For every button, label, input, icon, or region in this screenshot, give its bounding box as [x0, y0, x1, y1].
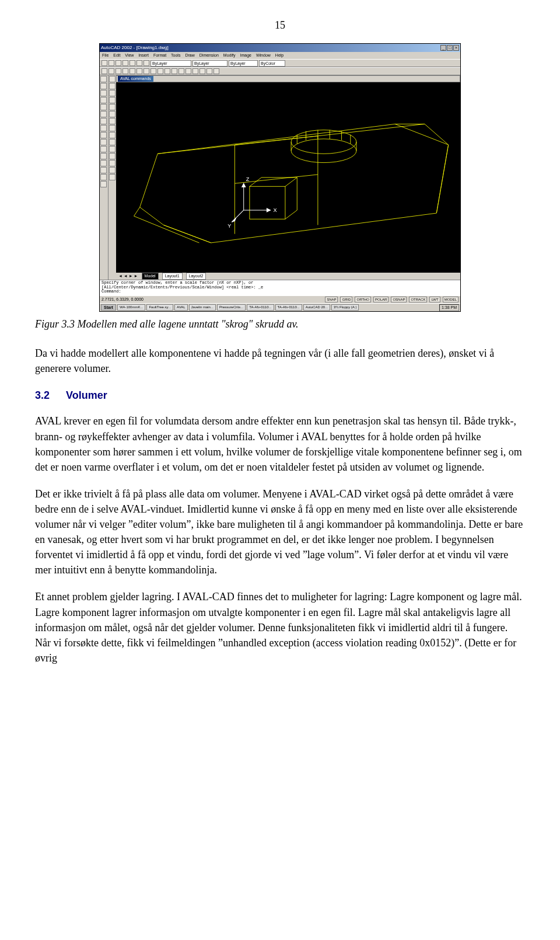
- tool-icon[interactable]: [186, 68, 191, 74]
- layer-select[interactable]: ByLayer: [150, 60, 191, 67]
- tool-icon[interactable]: [206, 68, 212, 74]
- tool-icon[interactable]: [164, 68, 170, 74]
- menu-image[interactable]: Image: [240, 53, 251, 58]
- palette-icon[interactable]: [100, 139, 107, 145]
- menu-view[interactable]: View: [125, 53, 134, 58]
- tool-icon[interactable]: [158, 68, 163, 74]
- palette-icon[interactable]: [100, 125, 107, 131]
- menu-edit[interactable]: Edit: [113, 53, 120, 58]
- tool-icon[interactable]: [108, 60, 114, 66]
- toggle-snap[interactable]: SNAP: [325, 297, 338, 303]
- palette-icon[interactable]: [100, 146, 107, 152]
- toggle-lwt[interactable]: LWT: [429, 297, 440, 303]
- palette-icon[interactable]: [100, 97, 107, 103]
- palette-icon[interactable]: [109, 76, 116, 82]
- tab-layout1[interactable]: Layout1: [162, 273, 183, 280]
- color-select[interactable]: ByColor: [259, 60, 285, 67]
- taskbar-item[interactable]: AutoCAD 20...: [303, 304, 330, 311]
- tool-icon[interactable]: [136, 60, 142, 66]
- window-titlebar[interactable]: AutoCAD 2002 - [Drawing1.dwg] _ □ ×: [100, 44, 460, 52]
- palette-icon[interactable]: [109, 139, 116, 145]
- tool-icon[interactable]: [214, 68, 219, 74]
- toggle-grid[interactable]: GRID: [340, 297, 352, 303]
- palette-icon[interactable]: [109, 153, 116, 159]
- aval-toolbar[interactable]: AVAL commands: [116, 75, 460, 82]
- palette-icon[interactable]: [109, 97, 116, 103]
- palette-icon[interactable]: [100, 174, 107, 180]
- tool-icon[interactable]: [144, 60, 149, 66]
- close-icon[interactable]: ×: [453, 45, 459, 51]
- palette-icon[interactable]: [100, 76, 107, 82]
- palette-icon[interactable]: [109, 160, 116, 166]
- menu-window[interactable]: Window: [256, 53, 271, 58]
- toggle-model[interactable]: MODEL: [443, 297, 459, 303]
- tool-icon[interactable]: [116, 60, 121, 66]
- menu-file[interactable]: File: [102, 53, 108, 58]
- tool-icon[interactable]: [200, 68, 205, 74]
- palette-icon[interactable]: [109, 132, 116, 138]
- tool-icon[interactable]: [116, 68, 121, 74]
- toggle-otrack[interactable]: OTRACK: [409, 297, 427, 303]
- tool-icon[interactable]: [144, 68, 149, 74]
- palette-icon[interactable]: [109, 125, 116, 131]
- tab-layout2[interactable]: Layout2: [186, 273, 206, 280]
- palette-icon[interactable]: [100, 181, 107, 187]
- taskbar-item[interactable]: TA-Afv-0110...: [247, 304, 274, 311]
- maximize-icon[interactable]: □: [447, 45, 453, 51]
- palette-icon[interactable]: [100, 118, 107, 124]
- palette-icon[interactable]: [100, 83, 107, 89]
- taskbar-item[interactable]: FaultTree.sy...: [146, 304, 173, 311]
- tool-icon[interactable]: [130, 60, 135, 66]
- taskbar-item[interactable]: 3½ Floppy (A:): [331, 304, 359, 311]
- palette-icon[interactable]: [100, 167, 107, 173]
- menu-dimension[interactable]: Dimension: [200, 53, 219, 58]
- palette-icon[interactable]: [109, 104, 116, 110]
- tool-icon[interactable]: [108, 68, 114, 74]
- tool-icon[interactable]: [102, 60, 107, 66]
- menu-draw[interactable]: Draw: [185, 53, 194, 58]
- toggle-polar[interactable]: POLAR: [373, 297, 388, 303]
- palette-icon[interactable]: [100, 132, 107, 138]
- tool-icon[interactable]: [123, 60, 128, 66]
- command-line[interactable]: Specify corner of window, enter a scale …: [100, 280, 460, 296]
- menu-tools[interactable]: Tools: [171, 53, 180, 58]
- drawing-canvas[interactable]: X Y Z: [116, 82, 460, 273]
- taskbar-item[interactable]: WA-100mmK...: [117, 304, 145, 311]
- palette-icon[interactable]: [109, 111, 116, 117]
- start-button[interactable]: Start: [101, 304, 116, 311]
- taskbar-item[interactable]: PressureCrits...: [217, 304, 246, 311]
- tool-icon[interactable]: [136, 68, 142, 74]
- menu-format[interactable]: Format: [153, 53, 166, 58]
- tool-icon[interactable]: [130, 68, 135, 74]
- palette-icon[interactable]: [109, 167, 116, 173]
- tool-icon[interactable]: [172, 68, 177, 74]
- tool-icon[interactable]: [192, 68, 198, 74]
- palette-icon[interactable]: [100, 160, 107, 166]
- palette-icon[interactable]: [100, 111, 107, 117]
- tool-icon[interactable]: [178, 68, 184, 74]
- menu-modify[interactable]: Modify: [223, 53, 236, 58]
- tool-icon[interactable]: [102, 68, 107, 74]
- palette-icon[interactable]: [109, 90, 116, 96]
- menu-help[interactable]: Help: [275, 53, 284, 58]
- toggle-osnap[interactable]: OSNAP: [391, 297, 407, 303]
- palette-icon[interactable]: [100, 90, 107, 96]
- palette-icon[interactable]: [109, 146, 116, 152]
- palette-icon[interactable]: [109, 83, 116, 89]
- taskbar-item[interactable]: Javelin main...: [189, 304, 216, 311]
- tab-model[interactable]: Model: [142, 273, 159, 280]
- tab-nav-arrows[interactable]: ◄ ◄ ► ►: [118, 273, 138, 279]
- lineweight-select[interactable]: ByLayer: [229, 60, 258, 67]
- linetype-select[interactable]: ByLayer: [192, 60, 228, 67]
- palette-icon[interactable]: [100, 104, 107, 110]
- minimize-icon[interactable]: _: [440, 45, 446, 51]
- palette-icon[interactable]: [109, 118, 116, 124]
- tool-icon[interactable]: [123, 68, 128, 74]
- menu-insert[interactable]: Insert: [138, 53, 149, 58]
- palette-icon[interactable]: [100, 153, 107, 159]
- taskbar-item[interactable]: TA-Afv-0110...: [275, 304, 302, 311]
- tool-icon[interactable]: [150, 68, 156, 74]
- taskbar-item[interactable]: AVAL: [174, 304, 187, 311]
- palette-icon[interactable]: [109, 174, 116, 180]
- toggle-ortho[interactable]: ORTHO: [355, 297, 371, 303]
